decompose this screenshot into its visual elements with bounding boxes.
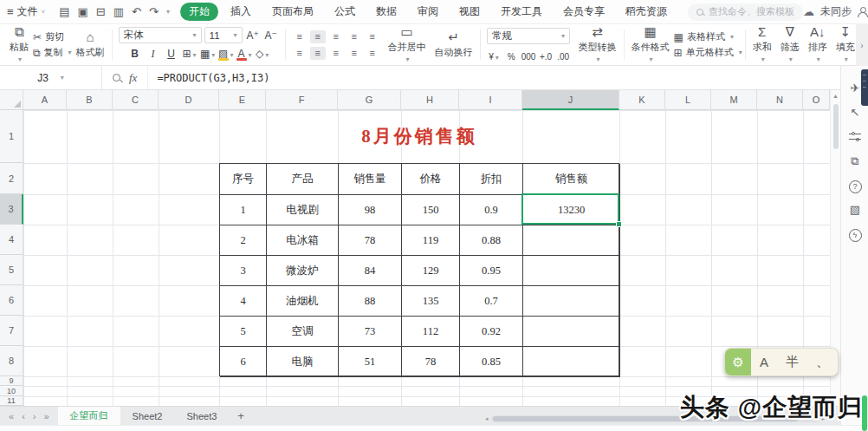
file-menu[interactable]: ≡ 文件 ˅ xyxy=(7,4,45,19)
chart-tools-icon[interactable]: ▧ xyxy=(841,203,868,216)
table-header-cell[interactable]: 价格 xyxy=(402,164,460,195)
insert-function-button[interactable]: fx xyxy=(129,71,137,85)
table-cell[interactable]: 119 xyxy=(402,225,460,256)
table-cell[interactable] xyxy=(523,225,620,256)
first-sheet-button[interactable]: « xyxy=(9,411,14,421)
help-icon[interactable]: ? xyxy=(841,179,868,193)
sheet-tab-Sheet3[interactable]: Sheet3 xyxy=(174,407,229,426)
row-header-8[interactable]: 8 xyxy=(0,346,23,376)
layout-copy-icon[interactable]: ⧉ xyxy=(841,154,868,168)
table-cell[interactable]: 电视剧 xyxy=(267,195,339,225)
filter-button[interactable]: ∇筛选 xyxy=(776,24,804,65)
column-header-I[interactable]: I xyxy=(459,90,522,110)
cut-button[interactable]: ✂ 剪切 xyxy=(33,30,72,43)
sort-button[interactable]: A↓排序 xyxy=(804,24,832,65)
row-header-6[interactable]: 6 xyxy=(0,285,23,316)
print-icon[interactable]: ⊟ xyxy=(96,5,106,18)
underline-button[interactable]: U xyxy=(164,47,179,62)
align-bottom-icon[interactable]: ≡ xyxy=(328,30,344,43)
table-cell[interactable]: 135 xyxy=(402,286,460,317)
percent-icon[interactable]: % xyxy=(504,48,519,62)
column-header-F[interactable]: F xyxy=(266,90,338,110)
table-cell[interactable]: 0.7 xyxy=(460,286,523,317)
align-center-icon[interactable]: ≡ xyxy=(310,47,326,60)
task-pane-handle[interactable] xyxy=(861,69,868,106)
paste-button[interactable]: ⧉ 粘贴 xyxy=(5,24,33,65)
table-cell[interactable]: 5 xyxy=(220,317,267,347)
ime-language-mode[interactable]: A xyxy=(751,355,777,369)
align-left-icon[interactable]: ≡ xyxy=(292,47,308,60)
borders-button[interactable]: ⊞ xyxy=(182,47,198,62)
justify-icon[interactable]: ≡ xyxy=(347,47,362,60)
table-cell[interactable]: 78 xyxy=(339,225,402,256)
column-header-K[interactable]: K xyxy=(619,90,665,110)
table-cell[interactable]: 51 xyxy=(339,347,402,377)
column-header-D[interactable]: D xyxy=(159,90,219,110)
font-name-select[interactable]: 宋体 xyxy=(119,27,202,43)
table-cell[interactable]: 微波炉 xyxy=(267,256,339,286)
table-cell[interactable]: 电冰箱 xyxy=(267,225,339,256)
column-header-H[interactable]: H xyxy=(401,90,459,110)
table-cell[interactable]: 88 xyxy=(339,286,402,317)
print-preview-icon[interactable]: ▥ xyxy=(113,5,124,18)
ime-punctuation-mode[interactable]: 、 xyxy=(807,354,838,370)
vertical-scroll-thumb[interactable] xyxy=(833,104,839,149)
sliders-icon[interactable] xyxy=(841,130,868,143)
select-all-corner[interactable] xyxy=(0,90,23,110)
last-sheet-button[interactable]: » xyxy=(43,411,49,421)
menu-tab-页面布局[interactable]: 页面布局 xyxy=(263,3,322,21)
align-right-icon[interactable]: ≡ xyxy=(328,47,344,60)
table-cell[interactable] xyxy=(523,347,620,377)
cursor-icon[interactable]: ↖ xyxy=(841,106,868,119)
type-convert-button[interactable]: ⇄ 类型转换 xyxy=(574,24,621,65)
column-header-G[interactable]: G xyxy=(338,90,401,110)
decrease-indent-icon[interactable]: ≡ xyxy=(347,30,362,43)
column-header-B[interactable]: B xyxy=(67,90,113,110)
table-cell[interactable]: 6 xyxy=(220,347,267,377)
command-search-box[interactable]: 查找命令、搜索模板 xyxy=(688,3,803,21)
align-middle-icon[interactable]: ≡ xyxy=(310,30,326,43)
table-header-cell[interactable]: 销售量 xyxy=(339,164,402,195)
cell-style-button[interactable]: ⊞ 单元格样式 xyxy=(674,46,742,59)
thousands-separator-icon[interactable]: 000 xyxy=(521,48,536,62)
ime-gear-icon[interactable]: ⚙ xyxy=(725,348,751,376)
decrease-font-button[interactable]: A⁻ xyxy=(263,28,279,43)
column-header-E[interactable]: E xyxy=(219,90,266,110)
number-format-select[interactable]: 常规 xyxy=(487,28,570,44)
column-header-M[interactable]: M xyxy=(711,90,757,110)
table-header-cell[interactable]: 销售额 xyxy=(523,164,620,195)
row-header-3[interactable]: 3 xyxy=(0,194,23,225)
row-header-7[interactable]: 7 xyxy=(0,316,23,346)
energy-icon[interactable]: ϟ xyxy=(841,227,868,242)
sum-button[interactable]: Σ求和 xyxy=(748,24,776,65)
table-cell[interactable]: 150 xyxy=(402,195,460,225)
increase-indent-icon[interactable]: ≡ xyxy=(365,30,380,43)
conditional-format-button[interactable]: ▦ 条件格式 xyxy=(627,24,674,65)
clear-format-button[interactable]: ◇ xyxy=(255,47,270,62)
fill-color-button[interactable]: ▨ xyxy=(218,47,234,62)
row-header-10[interactable]: 10 xyxy=(0,386,23,396)
selected-cell-J3[interactable] xyxy=(521,193,619,225)
table-style-button[interactable]: ▦ 表格样式 xyxy=(674,30,742,43)
bold-button[interactable]: B xyxy=(127,47,143,62)
table-cell[interactable]: 84 xyxy=(339,256,402,286)
table-cell[interactable] xyxy=(523,256,620,286)
table-cell[interactable]: 4 xyxy=(220,286,267,317)
table-header-cell[interactable]: 产品 xyxy=(267,164,339,195)
row-header-9[interactable]: 9 xyxy=(0,376,23,386)
column-header-N[interactable]: N xyxy=(757,90,803,110)
table-cell[interactable] xyxy=(523,317,620,347)
currency-icon[interactable]: ¥ xyxy=(487,48,502,62)
table-cell[interactable]: 空调 xyxy=(267,317,339,347)
table-cell[interactable]: 3 xyxy=(220,256,267,286)
menu-tab-数据[interactable]: 数据 xyxy=(367,3,405,21)
menu-tab-会员专享[interactable]: 会员专享 xyxy=(554,3,613,21)
sync-status[interactable]: 未同步 xyxy=(820,4,852,19)
wrap-text-button[interactable]: ↵ 自动换行 xyxy=(431,29,477,60)
italic-button[interactable]: I xyxy=(146,47,161,62)
formula-input[interactable]: =PRODUCT(G3,H3,I3) xyxy=(157,72,269,84)
row-header-11[interactable]: 11 xyxy=(0,396,23,406)
menu-tab-稻壳资源[interactable]: 稻壳资源 xyxy=(617,3,676,21)
row-header-4[interactable]: 4 xyxy=(0,225,23,255)
table-cell[interactable] xyxy=(523,286,620,317)
